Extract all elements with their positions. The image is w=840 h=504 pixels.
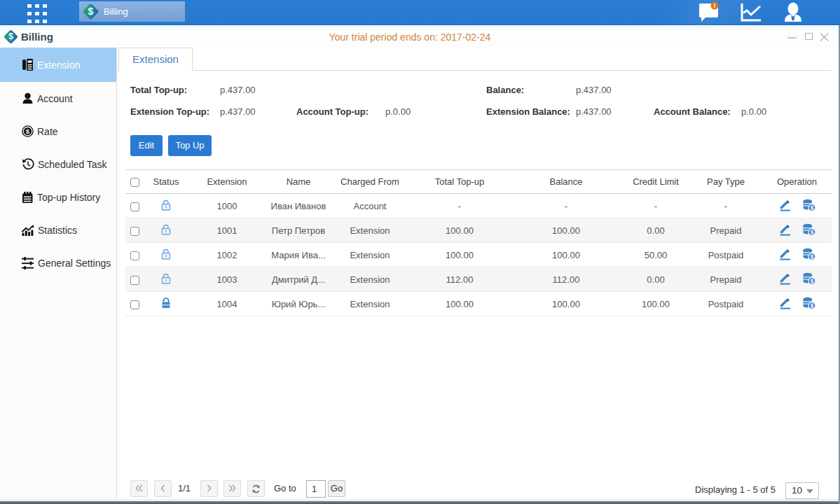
svg-text:$: $ — [810, 277, 813, 284]
svg-text:$: $ — [26, 127, 30, 135]
svg-text:$: $ — [810, 204, 813, 211]
svg-text:$: $ — [810, 228, 813, 235]
svg-text:!: ! — [714, 2, 716, 9]
svg-text:$: $ — [810, 302, 813, 309]
svg-text:$: $ — [810, 253, 813, 260]
